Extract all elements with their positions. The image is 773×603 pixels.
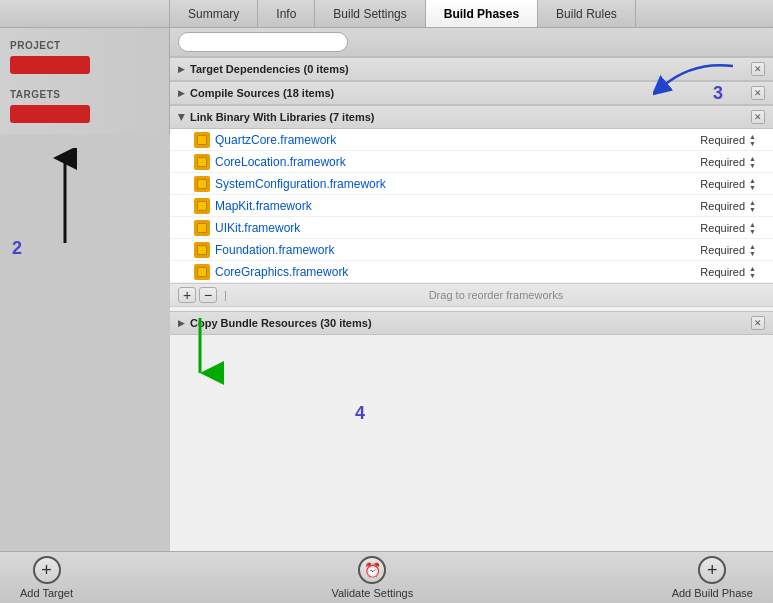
framework-folder-icon — [194, 242, 210, 258]
bottom-toolbar: + Add Target ⏰ Validate Settings + Add B… — [0, 551, 773, 603]
required-label: Required — [700, 178, 745, 190]
table-row: CoreLocation.framework Required ▲▼ — [170, 151, 773, 173]
tab-bar: Summary Info Build Settings Build Phases… — [0, 0, 773, 28]
target-dependencies-header[interactable]: ▶ Target Dependencies (0 items) ✕ — [170, 57, 773, 81]
framework-name[interactable]: CoreGraphics.framework — [215, 265, 700, 279]
required-stepper[interactable]: ▲▼ — [749, 265, 761, 279]
add-remove-row: + − | Drag to reorder frameworks — [170, 283, 773, 307]
project-label: PROJECT — [0, 36, 169, 53]
target-box — [10, 105, 90, 123]
required-label: Required — [700, 156, 745, 168]
foundation-framework-name[interactable]: Foundation.framework — [215, 243, 700, 257]
table-row: QuartzCore.framework Required ▲▼ — [170, 129, 773, 151]
table-row: Foundation.framework Required ▲▼ — [170, 239, 773, 261]
tab-summary[interactable]: Summary — [170, 0, 258, 27]
add-target-button[interactable]: + Add Target — [20, 556, 73, 599]
add-build-phase-button[interactable]: + Add Build Phase — [672, 556, 753, 599]
drag-hint: Drag to reorder frameworks — [227, 289, 765, 301]
framework-folder-icon — [194, 154, 210, 170]
framework-name[interactable]: MapKit.framework — [215, 199, 700, 213]
copy-bundle-header[interactable]: ▶ Copy Bundle Resources (30 items) ✕ — [170, 311, 773, 335]
annotation-2: 2 — [12, 238, 22, 259]
framework-name[interactable]: UIKit.framework — [215, 221, 700, 235]
required-stepper[interactable]: ▲▼ — [749, 221, 761, 235]
required-label: Required — [700, 134, 745, 146]
add-target-icon: + — [33, 556, 61, 584]
search-input[interactable] — [178, 32, 348, 52]
validate-settings-label: Validate Settings — [331, 587, 413, 599]
compile-sources-header[interactable]: ▶ Compile Sources (18 items) ✕ — [170, 81, 773, 105]
required-stepper[interactable]: ▲▼ — [749, 243, 761, 257]
compile-sources-title: Compile Sources (18 items) — [190, 87, 751, 99]
add-build-phase-label: Add Build Phase — [672, 587, 753, 599]
table-row: SystemConfiguration.framework Required ▲… — [170, 173, 773, 195]
framework-folder-icon — [194, 264, 210, 280]
compile-sources-close[interactable]: ✕ — [751, 86, 765, 100]
sidebar: PROJECT TARGETS — [0, 28, 170, 134]
validate-settings-button[interactable]: ⏰ Validate Settings — [331, 556, 413, 599]
frameworks-list: QuartzCore.framework Required ▲▼ CoreLoc… — [170, 129, 773, 283]
required-label: Required — [700, 200, 745, 212]
sidebar-project-item[interactable] — [0, 53, 169, 77]
framework-name[interactable]: QuartzCore.framework — [215, 133, 700, 147]
main-layout: PROJECT TARGETS 2 🔍 — [0, 28, 773, 551]
required-label: Required — [700, 244, 745, 256]
link-binary-header[interactable]: ▶ Link Binary With Libraries (7 items) ✕ — [170, 105, 773, 129]
target-deps-close[interactable]: ✕ — [751, 62, 765, 76]
table-row: CoreGraphics.framework Required ▲▼ — [170, 261, 773, 283]
framework-folder-icon — [194, 132, 210, 148]
sidebar-target-item[interactable] — [0, 102, 169, 126]
search-wrapper: 🔍 — [178, 32, 765, 52]
tab-info[interactable]: Info — [258, 0, 315, 27]
framework-folder-icon — [194, 198, 210, 214]
link-binary-title: Link Binary With Libraries (7 items) — [190, 111, 751, 123]
target-deps-title: Target Dependencies (0 items) — [190, 63, 751, 75]
framework-name[interactable]: SystemConfiguration.framework — [215, 177, 700, 191]
compile-triangle-icon: ▶ — [178, 88, 185, 98]
required-stepper[interactable]: ▲▼ — [749, 133, 761, 147]
triangle-icon: ▶ — [178, 64, 185, 74]
targets-label: TARGETS — [0, 85, 169, 102]
required-stepper[interactable]: ▲▼ — [749, 177, 761, 191]
table-row: MapKit.framework Required ▲▼ — [170, 195, 773, 217]
table-row: UIKit.framework Required ▲▼ — [170, 217, 773, 239]
required-stepper[interactable]: ▲▼ — [749, 155, 761, 169]
required-stepper[interactable]: ▲▼ — [749, 199, 761, 213]
add-build-phase-icon: + — [698, 556, 726, 584]
sidebar-wrapper: PROJECT TARGETS 2 — [0, 28, 170, 551]
copy-bundle-triangle-icon: ▶ — [178, 318, 185, 328]
validate-icon: ⏰ — [358, 556, 386, 584]
project-box — [10, 56, 90, 74]
add-target-label: Add Target — [20, 587, 73, 599]
tab-build-rules[interactable]: Build Rules — [538, 0, 636, 27]
copy-bundle-close[interactable]: ✕ — [751, 316, 765, 330]
framework-folder-icon — [194, 176, 210, 192]
add-framework-button[interactable]: + — [178, 287, 196, 303]
link-triangle-icon: ▶ — [177, 114, 187, 121]
framework-name[interactable]: CoreLocation.framework — [215, 155, 700, 169]
scroll-area: ▶ Target Dependencies (0 items) ✕ ▶ Comp… — [170, 57, 773, 551]
tab-build-phases[interactable]: Build Phases — [426, 0, 538, 27]
remove-framework-button[interactable]: − — [199, 287, 217, 303]
search-row: 🔍 — [170, 28, 773, 57]
link-binary-close[interactable]: ✕ — [751, 110, 765, 124]
content-area: 🔍 ▶ Target Dependencies (0 items) ✕ ▶ Co… — [170, 28, 773, 551]
tab-build-settings[interactable]: Build Settings — [315, 0, 425, 27]
required-label: Required — [700, 266, 745, 278]
arrow-2-svg — [45, 148, 85, 248]
required-label: Required — [700, 222, 745, 234]
copy-bundle-title: Copy Bundle Resources (30 items) — [190, 317, 751, 329]
framework-folder-icon — [194, 220, 210, 236]
